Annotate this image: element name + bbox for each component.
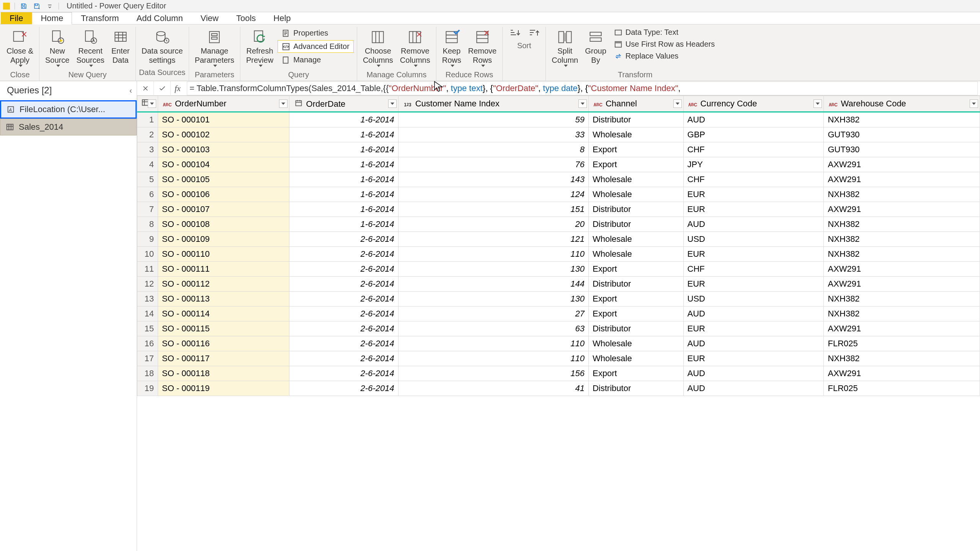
row-number[interactable]: 4 (137, 157, 158, 172)
cell[interactable]: Export (588, 366, 683, 381)
sort-desc-button[interactable] (525, 27, 542, 40)
column-filter-icon[interactable] (970, 99, 978, 108)
cell[interactable]: 2-6-2014 (289, 351, 398, 366)
column-header-currency-code[interactable]: ABCCurrency Code (683, 96, 824, 112)
cell[interactable]: 20 (398, 217, 588, 232)
cell[interactable]: Distributor (588, 217, 683, 232)
cell[interactable]: 130 (398, 292, 588, 306)
cell[interactable]: 76 (398, 157, 588, 172)
cell[interactable]: FLR025 (824, 336, 980, 351)
cell[interactable]: Distributor (588, 381, 683, 396)
cell[interactable]: Export (588, 262, 683, 277)
cell[interactable]: Wholesale (588, 127, 683, 142)
table-row[interactable]: 7SO - 0001071-6-2014151DistributorEURAXW… (137, 202, 980, 217)
recent-sources-button[interactable]: Recent Sources (74, 27, 107, 69)
cell[interactable]: 1-6-2014 (289, 217, 398, 232)
cell[interactable]: 110 (398, 351, 588, 366)
remove-columns-button[interactable]: Remove Columns (397, 27, 433, 69)
cell[interactable]: 2-6-2014 (289, 292, 398, 306)
cell[interactable]: 63 (398, 321, 588, 336)
query-item-sales2014[interactable]: Sales_2014 (0, 119, 137, 135)
save-as-icon[interactable] (33, 2, 41, 10)
cell[interactable]: AXW291 (824, 157, 980, 172)
cell[interactable]: AUD (683, 112, 824, 127)
cell[interactable]: Distributor (588, 202, 683, 217)
cell[interactable]: SO - 000119 (158, 381, 289, 396)
query-item-filelocation[interactable]: A FileLocation (C:\User... (0, 100, 137, 119)
cell[interactable]: 1-6-2014 (289, 112, 398, 127)
cell[interactable]: Wholesale (588, 351, 683, 366)
table-row[interactable]: 12SO - 0001122-6-2014144DistributorEURAX… (137, 277, 980, 292)
cell[interactable]: 1-6-2014 (289, 142, 398, 157)
sort-asc-button[interactable] (506, 27, 523, 40)
cell[interactable]: AXW291 (824, 366, 980, 381)
formula-cancel-icon[interactable] (137, 81, 154, 96)
table-row[interactable]: 1SO - 0001011-6-201459DistributorAUDNXH3… (137, 112, 980, 127)
row-number[interactable]: 12 (137, 277, 158, 292)
group-by-button[interactable]: Group By (582, 27, 609, 67)
cell[interactable]: Export (588, 157, 683, 172)
data-source-settings-button[interactable]: Data source settings (139, 27, 186, 67)
table-row[interactable]: 18SO - 0001182-6-2014156ExportAUDAXW291 (137, 366, 980, 381)
table-row[interactable]: 2SO - 0001021-6-201433WholesaleGBPGUT930 (137, 127, 980, 142)
cell[interactable]: SO - 000105 (158, 172, 289, 187)
cell[interactable]: 2-6-2014 (289, 306, 398, 321)
cell[interactable]: EUR (683, 351, 824, 366)
cell[interactable]: AXW291 (824, 262, 980, 277)
cell[interactable]: 1-6-2014 (289, 187, 398, 202)
table-row[interactable]: 15SO - 0001152-6-201463DistributorEURAXW… (137, 321, 980, 336)
cell[interactable]: 1-6-2014 (289, 127, 398, 142)
cell[interactable]: 2-6-2014 (289, 321, 398, 336)
cell[interactable]: USD (683, 292, 824, 306)
use-first-row-headers-button[interactable]: Use First Row as Headers (611, 39, 721, 50)
cell[interactable]: Wholesale (588, 172, 683, 187)
cell[interactable]: GBP (683, 127, 824, 142)
cell[interactable]: 27 (398, 306, 588, 321)
cell[interactable]: NXH382 (824, 351, 980, 366)
cell[interactable]: EUR (683, 247, 824, 262)
column-header-ordernumber[interactable]: ABCOrderNumber (158, 96, 289, 112)
cell[interactable]: 2-6-2014 (289, 381, 398, 396)
cell[interactable]: 143 (398, 172, 588, 187)
row-number[interactable]: 18 (137, 366, 158, 381)
tab-add-column[interactable]: Add Column (128, 12, 192, 24)
row-number[interactable]: 2 (137, 127, 158, 142)
properties-button[interactable]: Properties (278, 27, 354, 39)
column-header-channel[interactable]: ABCChannel (588, 96, 683, 112)
cell[interactable]: AUD (683, 217, 824, 232)
cell[interactable]: EUR (683, 187, 824, 202)
cell[interactable]: 59 (398, 112, 588, 127)
cell[interactable]: 41 (398, 381, 588, 396)
table-row[interactable]: 11SO - 0001112-6-2014130ExportCHFAXW291 (137, 262, 980, 277)
cell[interactable]: SO - 000108 (158, 217, 289, 232)
cell[interactable]: GUT930 (824, 127, 980, 142)
cell[interactable]: USD (683, 232, 824, 247)
row-number[interactable]: 19 (137, 381, 158, 396)
cell[interactable]: 2-6-2014 (289, 247, 398, 262)
cell[interactable]: NXH382 (824, 187, 980, 202)
cell[interactable]: 110 (398, 247, 588, 262)
manage-parameters-button[interactable]: Manage Parameters (192, 27, 237, 69)
cell[interactable]: Wholesale (588, 187, 683, 202)
data-grid[interactable]: ABCOrderNumberOrderDate123Customer Name … (137, 96, 980, 551)
table-row[interactable]: 10SO - 0001102-6-2014110WholesaleEURNXH3… (137, 247, 980, 262)
cell[interactable]: 121 (398, 232, 588, 247)
cell[interactable]: CHF (683, 262, 824, 277)
cell[interactable]: 144 (398, 277, 588, 292)
tab-transform[interactable]: Transform (72, 12, 127, 24)
tab-tools[interactable]: Tools (227, 12, 265, 24)
save-icon[interactable] (20, 2, 28, 10)
cell[interactable]: 1-6-2014 (289, 172, 398, 187)
cell[interactable]: EUR (683, 202, 824, 217)
cell[interactable]: 124 (398, 187, 588, 202)
refresh-preview-button[interactable]: Refresh Preview (243, 27, 276, 69)
cell[interactable]: AXW291 (824, 321, 980, 336)
table-row[interactable]: 16SO - 0001162-6-2014110WholesaleAUDFLR0… (137, 336, 980, 351)
cell[interactable]: CHF (683, 142, 824, 157)
cell[interactable]: SO - 000107 (158, 202, 289, 217)
cell[interactable]: 1-6-2014 (289, 157, 398, 172)
remove-rows-button[interactable]: Remove Rows (466, 27, 499, 69)
row-number[interactable]: 15 (137, 321, 158, 336)
cell[interactable]: CHF (683, 172, 824, 187)
cell[interactable]: AUD (683, 366, 824, 381)
